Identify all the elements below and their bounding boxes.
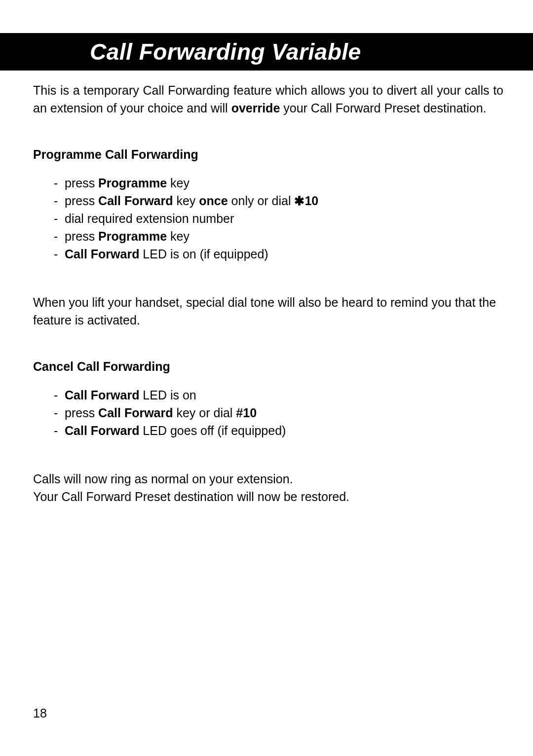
item-bold: ✱10 <box>294 194 318 208</box>
item-bold: Call Forward <box>65 247 139 261</box>
item-bold: Programme <box>98 229 167 243</box>
page-title: Call Forwarding Variable <box>90 38 361 65</box>
content-area: This is a temporary Call Forwarding feat… <box>33 81 503 505</box>
closing-line1: Calls will now ring as normal on your ex… <box>33 470 503 488</box>
item-text: dial required extension number <box>65 212 234 225</box>
section1-heading: Programme Call Forwarding <box>33 147 503 162</box>
item-text: press <box>65 229 98 243</box>
intro-text-2: your Call Forward Preset destination. <box>280 101 486 115</box>
section1-list: press Programme key press Call Forward k… <box>33 174 503 263</box>
item-text: key <box>167 229 190 243</box>
section2-list: Call Forward LED is on press Call Forwar… <box>33 386 503 439</box>
list-item: press Call Forward key or dial #10 <box>54 404 503 422</box>
item-bold: #10 <box>236 406 257 420</box>
item-text: LED is on <box>139 388 196 402</box>
closing-line2: Your Call Forward Preset destination wil… <box>33 488 503 505</box>
list-item: dial required extension number <box>54 210 503 227</box>
list-item: Call Forward LED is on (if equipped) <box>54 245 503 263</box>
section2-heading: Cancel Call Forwarding <box>33 360 503 374</box>
item-bold: Call Forward <box>65 388 139 402</box>
item-text: LED is on (if equipped) <box>139 247 268 261</box>
closing-paragraph: Calls will now ring as normal on your ex… <box>33 470 503 505</box>
item-text: key <box>173 194 199 208</box>
item-bold: once <box>199 194 228 208</box>
item-bold: Call Forward <box>65 424 139 437</box>
list-item: press Programme key <box>54 174 503 192</box>
list-item: press Call Forward key once only or dial… <box>54 192 503 210</box>
item-bold: Call Forward <box>98 406 173 420</box>
page-number: 18 <box>33 706 47 720</box>
item-text: only or dial <box>228 194 295 208</box>
item-text: press <box>65 176 98 190</box>
mid-paragraph: When you lift your handset, special dial… <box>33 293 503 329</box>
item-text: press <box>65 194 98 208</box>
intro-bold-1: override <box>231 101 280 115</box>
item-text: press <box>65 406 98 420</box>
title-banner: Call Forwarding Variable <box>0 33 533 71</box>
item-bold: Programme <box>98 176 167 190</box>
item-text: key <box>167 176 190 190</box>
intro-paragraph: This is a temporary Call Forwarding feat… <box>33 81 503 117</box>
item-text: key or dial <box>173 406 236 420</box>
item-bold: Call Forward <box>98 194 173 208</box>
list-item: Call Forward LED goes off (if equipped) <box>54 422 503 439</box>
list-item: press Programme key <box>54 227 503 245</box>
list-item: Call Forward LED is on <box>54 386 503 404</box>
item-text: LED goes off (if equipped) <box>139 424 286 437</box>
